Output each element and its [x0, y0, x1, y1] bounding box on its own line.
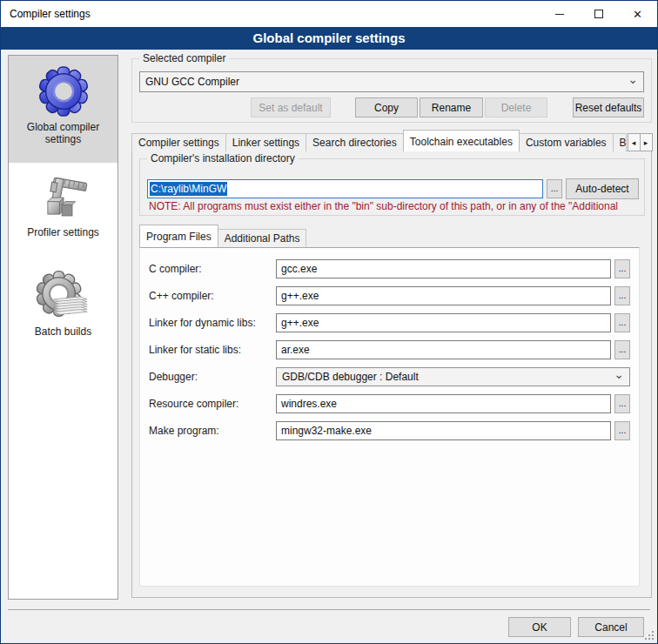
sidebar-item-profiler-settings[interactable]: Profiler settings [9, 163, 118, 255]
delete-button[interactable]: Delete [485, 97, 547, 117]
dynamic-linker-input[interactable]: g++.exe [276, 313, 611, 332]
static-linker-label: Linker for static libs: [149, 344, 276, 356]
tab-build-options[interactable]: Build options [613, 133, 627, 151]
dynamic-linker-browse-button[interactable]: ... [614, 313, 630, 332]
field-row-dynamic-linker: Linker for dynamic libs: g++.exe ... [149, 313, 630, 332]
c-compiler-input[interactable]: gcc.exe [276, 259, 611, 278]
minimize-icon [555, 14, 564, 15]
installation-directory-input[interactable]: C:\raylib\MinGW [147, 179, 543, 198]
sidebar-item-label: Global compiler settings [9, 121, 118, 145]
field-row-static-linker: Linker for static libs: ar.exe ... [149, 340, 630, 359]
blue-gear-icon [37, 64, 91, 118]
settings-sidebar: Global compiler settings [8, 55, 118, 600]
compiler-buttons-row: Set as default Copy Rename Delete Reset … [251, 97, 644, 117]
c-compiler-label: C compiler: [149, 263, 276, 275]
tab-compiler-settings[interactable]: Compiler settings [131, 133, 226, 151]
compiler-dropdown[interactable]: GNU GCC Compiler ⌄ [139, 71, 644, 92]
make-program-label: Make program: [149, 425, 276, 437]
make-program-value: mingw32-make.exe [281, 425, 372, 437]
tab-program-files[interactable]: Program Files [139, 225, 218, 247]
field-row-make-program: Make program: mingw32-make.exe ... [149, 421, 630, 440]
minimize-button[interactable] [540, 1, 579, 27]
tab-linker-settings[interactable]: Linker settings [225, 133, 306, 151]
cpp-compiler-browse-button[interactable]: ... [614, 286, 630, 305]
close-icon: ✕ [633, 9, 642, 20]
page-title: Global compiler settings [1, 27, 657, 50]
chevron-down-icon: ⌄ [628, 75, 638, 84]
sidebar-item-batch-builds[interactable]: Batch builds [9, 255, 118, 358]
tab-scroll-right-button[interactable]: ▸ [640, 133, 653, 151]
make-program-input[interactable]: mingw32-make.exe [276, 421, 611, 440]
ok-button[interactable]: OK [508, 617, 571, 637]
compiler-dropdown-value: GNU GCC Compiler [145, 76, 628, 88]
tab-search-directories[interactable]: Search directories [306, 133, 404, 151]
program-files-panel: C compiler: gcc.exe ... C++ compiler: g+… [139, 247, 640, 587]
resource-compiler-browse-button[interactable]: ... [614, 394, 630, 413]
static-linker-input[interactable]: ar.exe [276, 340, 611, 359]
c-compiler-value: gcc.exe [281, 263, 317, 275]
installation-directory-row: C:\raylib\MinGW ... Auto-detect [147, 178, 639, 199]
cancel-button[interactable]: Cancel [578, 617, 644, 637]
c-compiler-browse-button[interactable]: ... [614, 259, 630, 278]
program-files-tab-strip: Program Files Additional Paths [139, 225, 306, 247]
debugger-dropdown[interactable]: GDB/CDB debugger : Default ⌄ [276, 367, 630, 386]
reset-defaults-button[interactable]: Reset defaults [573, 97, 644, 117]
set-as-default-button[interactable]: Set as default [251, 97, 331, 117]
dynamic-linker-value: g++.exe [281, 317, 319, 329]
field-row-resource-compiler: Resource compiler: windres.exe ... [149, 394, 630, 413]
static-linker-browse-button[interactable]: ... [614, 340, 630, 359]
browse-directory-button[interactable]: ... [547, 179, 562, 198]
cpp-compiler-value: g++.exe [281, 290, 319, 302]
maximize-icon [594, 10, 603, 18]
field-row-cpp-compiler: C++ compiler: g++.exe ... [149, 286, 630, 305]
resource-compiler-input[interactable]: windres.exe [276, 394, 611, 413]
selected-compiler-group: Selected compiler GNU GCC Compiler ⌄ Set… [131, 58, 652, 123]
window-controls: ✕ [540, 1, 657, 27]
tab-scroll-left-button[interactable]: ◂ [628, 133, 641, 151]
compiler-settings-dialog: Compiler settings ✕ Global compiler sett… [0, 0, 658, 644]
tab-toolchain-executables[interactable]: Toolchain executables [403, 130, 520, 151]
arrow-left-icon: ◂ [632, 138, 636, 147]
copy-button[interactable]: Copy [355, 97, 418, 117]
caliper-icon [38, 173, 89, 224]
arrow-right-icon: ▸ [644, 138, 648, 147]
installation-note: NOTE: All programs must exist either in … [149, 200, 642, 212]
title-bar[interactable]: Compiler settings ✕ [1, 1, 657, 27]
chevron-down-icon: ⌄ [614, 370, 624, 379]
cpp-compiler-input[interactable]: g++.exe [276, 286, 611, 305]
make-program-browse-button[interactable]: ... [614, 421, 630, 440]
maximize-button[interactable] [579, 1, 618, 27]
tab-custom-variables[interactable]: Custom variables [519, 133, 614, 151]
resource-compiler-label: Resource compiler: [149, 398, 276, 410]
auto-detect-button[interactable]: Auto-detect [566, 178, 639, 199]
cpp-compiler-label: C++ compiler: [149, 290, 276, 302]
static-linker-value: ar.exe [281, 344, 310, 356]
dynamic-linker-label: Linker for dynamic libs: [149, 317, 276, 329]
settings-tab-strip: Compiler settings Linker settings Search… [131, 130, 650, 151]
installation-directory-value: C:\raylib\MinGW [150, 182, 227, 196]
debugger-dropdown-value: GDB/CDB debugger : Default [282, 371, 614, 383]
footer-separator [8, 609, 650, 610]
sidebar-item-global-compiler-settings[interactable]: Global compiler settings [9, 56, 118, 163]
field-row-debugger: Debugger: GDB/CDB debugger : Default ⌄ [149, 367, 630, 386]
resize-grip[interactable] [645, 631, 654, 640]
close-button[interactable]: ✕ [618, 1, 657, 27]
installation-directory-legend: Compiler's installation directory [147, 152, 299, 164]
sidebar-item-label: Profiler settings [24, 226, 103, 238]
installation-directory-group: Compiler's installation directory C:\ray… [139, 158, 645, 216]
debugger-label: Debugger: [149, 371, 276, 383]
field-row-c-compiler: C compiler: gcc.exe ... [149, 259, 630, 278]
rename-button[interactable]: Rename [420, 97, 483, 117]
tab-additional-paths[interactable]: Additional Paths [218, 229, 307, 247]
selected-compiler-legend: Selected compiler [139, 52, 229, 64]
resource-compiler-value: windres.exe [281, 398, 337, 410]
gray-gear-stack-icon [37, 269, 91, 323]
toolchain-executables-panel: Compiler's installation directory C:\ray… [131, 151, 652, 598]
sidebar-item-label: Batch builds [31, 325, 95, 338]
window-title: Compiler settings [1, 8, 540, 20]
tab-scroll-buttons: ◂ ▸ [628, 133, 652, 151]
